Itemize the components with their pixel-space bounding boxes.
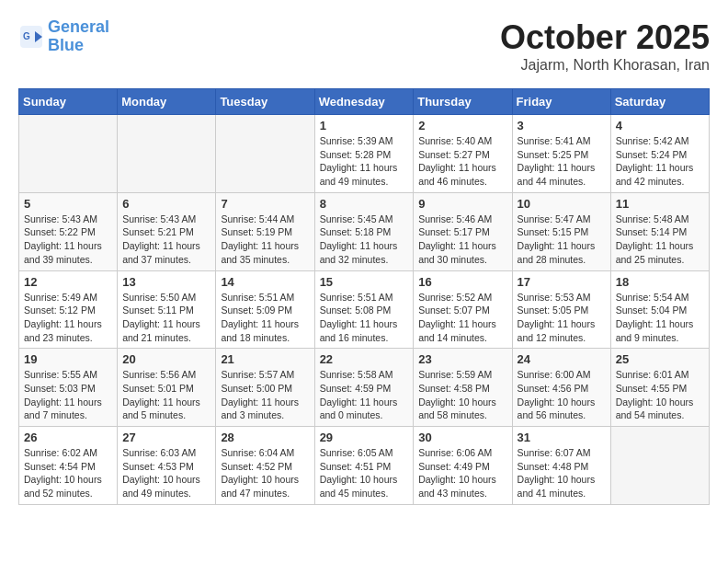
day-number: 22	[320, 352, 409, 366]
day-number: 4	[616, 119, 704, 132]
svg-text:G: G	[23, 31, 30, 41]
day-number: 13	[122, 275, 210, 289]
day-number: 19	[24, 352, 112, 366]
calendar-week-row: 5Sunrise: 5:43 AM Sunset: 5:22 PM Daylig…	[19, 192, 710, 270]
day-info: Sunrise: 6:04 AM Sunset: 4:52 PM Dayligh…	[221, 446, 309, 500]
calendar-cell: 10Sunrise: 5:47 AM Sunset: 5:15 PM Dayli…	[512, 192, 610, 270]
day-number: 26	[24, 431, 112, 444]
calendar-table: SundayMondayTuesdayWednesdayThursdayFrid…	[18, 88, 710, 505]
day-number: 6	[122, 197, 210, 211]
calendar-cell: 13Sunrise: 5:50 AM Sunset: 5:11 PM Dayli…	[118, 270, 216, 349]
calendar-cell: 28Sunrise: 6:04 AM Sunset: 4:52 PM Dayli…	[216, 427, 314, 505]
day-info: Sunrise: 5:40 AM Sunset: 5:27 PM Dayligh…	[418, 134, 506, 189]
calendar-week-row: 19Sunrise: 5:55 AM Sunset: 5:03 PM Dayli…	[19, 349, 710, 427]
day-info: Sunrise: 5:55 AM Sunset: 5:03 PM Dayligh…	[24, 368, 112, 422]
day-info: Sunrise: 5:44 AM Sunset: 5:19 PM Dayligh…	[221, 213, 309, 267]
weekday-header-tuesday: Tuesday	[216, 89, 314, 115]
day-number: 28	[221, 431, 309, 444]
weekday-header-row: SundayMondayTuesdayWednesdayThursdayFrid…	[19, 89, 710, 115]
calendar-cell: 2Sunrise: 5:40 AM Sunset: 5:27 PM Daylig…	[414, 115, 512, 193]
weekday-header-saturday: Saturday	[610, 89, 709, 115]
day-info: Sunrise: 5:51 AM Sunset: 5:08 PM Dayligh…	[320, 291, 409, 345]
logo: G GeneralBlue	[18, 18, 109, 55]
day-info: Sunrise: 5:56 AM Sunset: 5:01 PM Dayligh…	[122, 368, 210, 422]
day-info: Sunrise: 5:48 AM Sunset: 5:14 PM Dayligh…	[616, 213, 704, 267]
day-number: 31	[518, 431, 606, 444]
day-info: Sunrise: 5:51 AM Sunset: 5:09 PM Dayligh…	[221, 291, 309, 345]
title-block: October 2025 Jajarm, North Khorasan, Ira…	[500, 18, 710, 74]
day-number: 15	[320, 275, 409, 289]
day-number: 24	[518, 352, 606, 366]
calendar-cell: 4Sunrise: 5:42 AM Sunset: 5:24 PM Daylig…	[610, 115, 709, 193]
calendar-cell: 1Sunrise: 5:39 AM Sunset: 5:28 PM Daylig…	[314, 115, 414, 193]
day-number: 21	[221, 352, 309, 366]
weekday-header-monday: Monday	[118, 89, 216, 115]
calendar-cell: 27Sunrise: 6:03 AM Sunset: 4:53 PM Dayli…	[118, 427, 216, 505]
day-info: Sunrise: 6:01 AM Sunset: 4:55 PM Dayligh…	[616, 368, 704, 422]
calendar-cell	[216, 115, 314, 193]
day-info: Sunrise: 5:52 AM Sunset: 5:07 PM Dayligh…	[418, 291, 506, 345]
page-header: G GeneralBlue October 2025 Jajarm, North…	[18, 18, 710, 74]
calendar-cell: 25Sunrise: 6:01 AM Sunset: 4:55 PM Dayli…	[610, 349, 709, 427]
calendar-week-row: 12Sunrise: 5:49 AM Sunset: 5:12 PM Dayli…	[19, 270, 710, 349]
day-info: Sunrise: 5:47 AM Sunset: 5:15 PM Dayligh…	[518, 213, 606, 267]
calendar-cell: 30Sunrise: 6:06 AM Sunset: 4:49 PM Dayli…	[414, 427, 512, 505]
weekday-header-thursday: Thursday	[414, 89, 512, 115]
calendar-cell: 21Sunrise: 5:57 AM Sunset: 5:00 PM Dayli…	[216, 349, 314, 427]
day-number: 29	[320, 431, 409, 444]
location-title: Jajarm, North Khorasan, Iran	[500, 57, 710, 74]
weekday-header-friday: Friday	[512, 89, 610, 115]
calendar-cell: 9Sunrise: 5:46 AM Sunset: 5:17 PM Daylig…	[414, 192, 512, 270]
day-number: 2	[418, 119, 506, 132]
calendar-cell: 23Sunrise: 5:59 AM Sunset: 4:58 PM Dayli…	[414, 349, 512, 427]
day-number: 12	[24, 275, 112, 289]
calendar-cell	[19, 115, 118, 193]
day-number: 16	[418, 275, 506, 289]
calendar-cell: 6Sunrise: 5:43 AM Sunset: 5:21 PM Daylig…	[118, 192, 216, 270]
day-number: 5	[24, 197, 112, 211]
calendar-cell	[610, 427, 709, 505]
calendar-cell: 22Sunrise: 5:58 AM Sunset: 4:59 PM Dayli…	[314, 349, 414, 427]
day-info: Sunrise: 5:46 AM Sunset: 5:17 PM Dayligh…	[418, 213, 506, 267]
day-number: 25	[616, 352, 704, 366]
day-info: Sunrise: 6:03 AM Sunset: 4:53 PM Dayligh…	[122, 446, 210, 500]
day-number: 23	[418, 352, 506, 366]
day-info: Sunrise: 5:50 AM Sunset: 5:11 PM Dayligh…	[122, 291, 210, 345]
calendar-cell: 16Sunrise: 5:52 AM Sunset: 5:07 PM Dayli…	[414, 270, 512, 349]
day-number: 14	[221, 275, 309, 289]
day-info: Sunrise: 5:49 AM Sunset: 5:12 PM Dayligh…	[24, 291, 112, 345]
weekday-header-sunday: Sunday	[19, 89, 118, 115]
calendar-cell: 18Sunrise: 5:54 AM Sunset: 5:04 PM Dayli…	[610, 270, 709, 349]
day-info: Sunrise: 5:43 AM Sunset: 5:21 PM Dayligh…	[122, 213, 210, 267]
day-number: 20	[122, 352, 210, 366]
calendar-week-row: 26Sunrise: 6:02 AM Sunset: 4:54 PM Dayli…	[19, 427, 710, 505]
day-info: Sunrise: 5:54 AM Sunset: 5:04 PM Dayligh…	[616, 291, 704, 345]
day-info: Sunrise: 5:41 AM Sunset: 5:25 PM Dayligh…	[518, 134, 606, 189]
day-number: 9	[418, 197, 506, 211]
day-info: Sunrise: 6:02 AM Sunset: 4:54 PM Dayligh…	[24, 446, 112, 500]
day-number: 3	[518, 119, 606, 132]
day-info: Sunrise: 6:06 AM Sunset: 4:49 PM Dayligh…	[418, 446, 506, 500]
calendar-cell: 26Sunrise: 6:02 AM Sunset: 4:54 PM Dayli…	[19, 427, 118, 505]
day-number: 1	[320, 119, 409, 132]
day-number: 8	[320, 197, 409, 211]
calendar-cell: 31Sunrise: 6:07 AM Sunset: 4:48 PM Dayli…	[512, 427, 610, 505]
calendar-cell: 11Sunrise: 5:48 AM Sunset: 5:14 PM Dayli…	[610, 192, 709, 270]
logo-text: GeneralBlue	[48, 18, 109, 55]
month-title: October 2025	[500, 18, 710, 57]
day-number: 7	[221, 197, 309, 211]
day-info: Sunrise: 5:57 AM Sunset: 5:00 PM Dayligh…	[221, 368, 309, 422]
day-info: Sunrise: 6:00 AM Sunset: 4:56 PM Dayligh…	[518, 368, 606, 422]
day-number: 17	[518, 275, 606, 289]
calendar-cell: 7Sunrise: 5:44 AM Sunset: 5:19 PM Daylig…	[216, 192, 314, 270]
day-info: Sunrise: 5:45 AM Sunset: 5:18 PM Dayligh…	[320, 213, 409, 267]
day-number: 30	[418, 431, 506, 444]
calendar-cell: 15Sunrise: 5:51 AM Sunset: 5:08 PM Dayli…	[314, 270, 414, 349]
day-info: Sunrise: 5:39 AM Sunset: 5:28 PM Dayligh…	[320, 134, 409, 189]
calendar-week-row: 1Sunrise: 5:39 AM Sunset: 5:28 PM Daylig…	[19, 115, 710, 193]
calendar-cell	[118, 115, 216, 193]
calendar-cell: 29Sunrise: 6:05 AM Sunset: 4:51 PM Dayli…	[314, 427, 414, 505]
day-number: 18	[616, 275, 704, 289]
calendar-cell: 19Sunrise: 5:55 AM Sunset: 5:03 PM Dayli…	[19, 349, 118, 427]
calendar-cell: 5Sunrise: 5:43 AM Sunset: 5:22 PM Daylig…	[19, 192, 118, 270]
